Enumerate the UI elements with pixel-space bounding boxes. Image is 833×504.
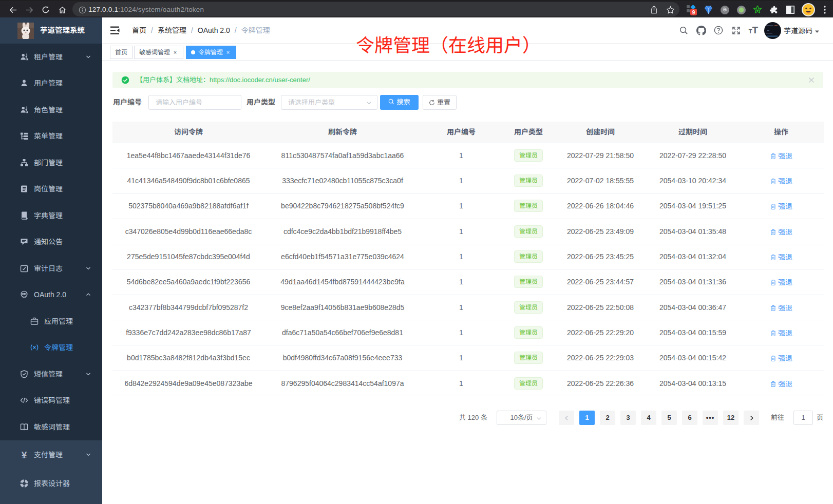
svg-text:9: 9 <box>692 10 695 15</box>
